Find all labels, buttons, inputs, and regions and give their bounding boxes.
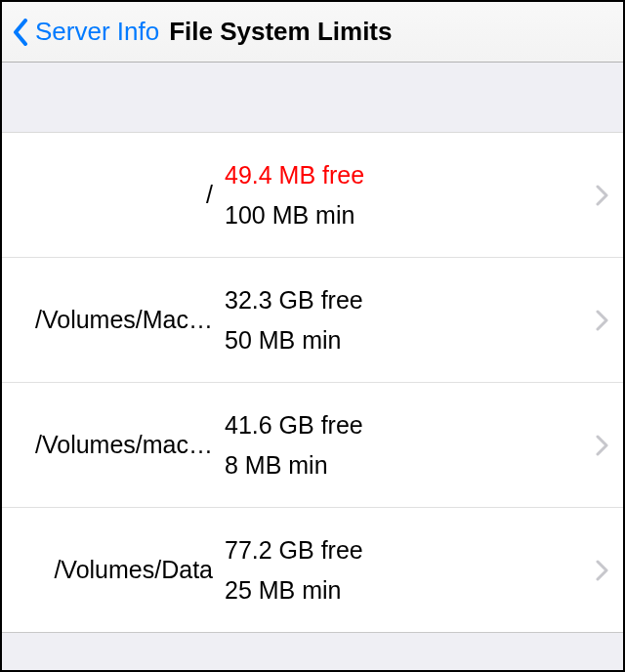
fs-values: 32.3 GB free 50 MB min — [225, 286, 588, 355]
fs-free: 32.3 GB free — [225, 286, 588, 315]
fs-values: 77.2 GB free 25 MB min — [225, 536, 588, 605]
fs-values: 41.6 GB free 8 MB min — [225, 411, 588, 480]
fs-path: /Volumes/mac… — [20, 431, 225, 459]
fs-path: / — [20, 181, 225, 209]
fs-values: 49.4 MB free 100 MB min — [225, 161, 588, 230]
navigation-bar: Server Info File System Limits — [2, 2, 623, 63]
chevron-left-icon — [12, 18, 29, 47]
list-item[interactable]: /Volumes/mac… 41.6 GB free 8 MB min — [2, 383, 623, 508]
fs-free: 41.6 GB free — [225, 411, 588, 440]
fs-free: 77.2 GB free — [225, 536, 588, 565]
section-spacer — [2, 633, 623, 672]
section-spacer — [2, 63, 623, 133]
filesystem-list: / 49.4 MB free 100 MB min /Volumes/Mac… … — [2, 133, 623, 633]
list-item[interactable]: / 49.4 MB free 100 MB min — [2, 133, 623, 258]
back-label: Server Info — [35, 17, 159, 47]
fs-min: 50 MB min — [225, 326, 588, 355]
fs-min: 8 MB min — [225, 451, 588, 480]
chevron-right-icon — [596, 435, 609, 456]
back-button[interactable]: Server Info — [12, 17, 159, 47]
chevron-right-icon — [596, 560, 609, 581]
chevron-right-icon — [596, 185, 609, 206]
fs-path: /Volumes/Mac… — [20, 306, 225, 334]
list-item[interactable]: /Volumes/Mac… 32.3 GB free 50 MB min — [2, 258, 623, 383]
chevron-right-icon — [596, 310, 609, 331]
fs-path: /Volumes/Data — [20, 556, 225, 584]
fs-free: 49.4 MB free — [225, 161, 588, 189]
fs-min: 100 MB min — [225, 201, 588, 230]
list-item[interactable]: /Volumes/Data 77.2 GB free 25 MB min — [2, 508, 623, 633]
fs-min: 25 MB min — [225, 576, 588, 605]
page-title: File System Limits — [169, 17, 392, 47]
